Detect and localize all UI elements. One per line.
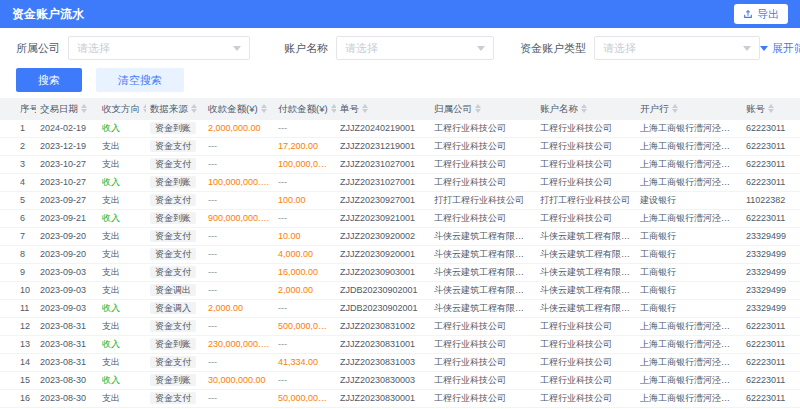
cell-amount-in: --- <box>204 156 274 174</box>
col-company[interactable]: 归属公司 <box>430 98 536 120</box>
search-button[interactable]: 搜索 <box>16 68 82 92</box>
cell-date: 2023-09-20 <box>36 228 98 246</box>
cell-index: 5 <box>0 192 36 210</box>
account-name-select[interactable]: 请选择 <box>336 36 494 60</box>
sort-icon[interactable] <box>191 104 197 113</box>
cell-account-name: 斗侠云建筑工程有限公司 <box>536 282 636 300</box>
cell-amount-out: --- <box>274 372 336 390</box>
cell-account-no: 23329499 <box>742 228 800 246</box>
cell-doc-no: ZJJZ20230921001 <box>336 210 430 228</box>
cell-amount-out: 2,000.00 <box>274 282 336 300</box>
cell-doc-no: ZJJZ20230831003 <box>336 354 430 372</box>
cell-source: 资金调出 <box>146 282 204 300</box>
source-badge: 资金支付 <box>150 140 196 152</box>
cell-date: 2023-08-30 <box>36 372 98 390</box>
cell-account-no: 23329499 <box>742 300 800 318</box>
sort-icon[interactable] <box>672 104 678 113</box>
sort-icon[interactable] <box>143 104 146 113</box>
cell-doc-no: ZJJZ20230920001 <box>336 246 430 264</box>
sort-icon[interactable] <box>581 104 587 113</box>
cell-company: 工程行业科技公司 <box>430 156 536 174</box>
cell-direction: 支出 <box>98 354 146 372</box>
table-row: 2 2023-12-19 支出 资金支付 --- 17,200.00 ZJJZ2… <box>0 138 800 156</box>
cell-date: 2023-08-31 <box>36 354 98 372</box>
source-badge: 资金支付 <box>150 356 196 368</box>
cell-account-name: 工程行业科技公司 <box>536 138 636 156</box>
cell-amount-in: --- <box>204 246 274 264</box>
cell-direction: 支出 <box>98 282 146 300</box>
sort-icon[interactable] <box>768 104 774 113</box>
cell-source: 资金到账 <box>146 372 204 390</box>
cell-amount-out: 10.00 <box>274 228 336 246</box>
cell-company: 打打工程行业科技公司 <box>430 192 536 210</box>
cell-bank: 上海工商银行漕河泾支行 <box>636 354 742 372</box>
cell-date: 2023-09-03 <box>36 264 98 282</box>
col-direction[interactable]: 收支方向 <box>98 98 146 120</box>
col-amount-out[interactable]: 付款金额(¥) <box>274 98 336 120</box>
cell-source: 资金到账 <box>146 120 204 138</box>
cell-account-name: 工程行业科技公司 <box>536 318 636 336</box>
account-type-select[interactable]: 请选择 <box>594 36 760 60</box>
col-bank[interactable]: 开户行 <box>636 98 742 120</box>
chevron-down-icon <box>477 46 485 51</box>
sort-icon[interactable] <box>475 104 481 113</box>
cell-account-no: 23329499 <box>742 246 800 264</box>
cell-date: 2024-02-19 <box>36 120 98 138</box>
col-amount-in[interactable]: 收款金额(¥) <box>204 98 274 120</box>
export-button[interactable]: 导出 <box>734 4 788 24</box>
cell-amount-out: 50,000,000.00 <box>274 390 336 408</box>
col-source[interactable]: 数据来源 <box>146 98 204 120</box>
transactions-table: 序号 交易日期 收支方向 数据来源 收款金额(¥) 付款金额(¥) 单号 归属公… <box>0 98 800 409</box>
cell-bank: 上海工商银行漕河泾支行 <box>636 390 742 408</box>
table-header: 序号 交易日期 收支方向 数据来源 收款金额(¥) 付款金额(¥) 单号 归属公… <box>0 98 800 120</box>
sort-icon[interactable] <box>362 104 368 113</box>
table-row: 3 2023-10-27 支出 资金支付 --- 100,000,000.00 … <box>0 156 800 174</box>
cell-direction: 收入 <box>98 120 146 138</box>
col-doc-no[interactable]: 单号 <box>336 98 430 120</box>
cell-account-name: 工程行业科技公司 <box>536 372 636 390</box>
cell-company: 工程行业科技公司 <box>430 138 536 156</box>
cell-index: 11 <box>0 300 36 318</box>
cell-bank: 工商银行 <box>636 228 742 246</box>
cell-company: 工程行业科技公司 <box>430 390 536 408</box>
col-account-name[interactable]: 账户名称 <box>536 98 636 120</box>
sort-icon[interactable] <box>331 104 336 113</box>
cell-amount-out: 4,000.00 <box>274 246 336 264</box>
company-select[interactable]: 请选择 <box>68 36 250 60</box>
cell-direction: 支出 <box>98 390 146 408</box>
table-body: 1 2024-02-19 收入 资金到账 2,000,000.00 --- ZJ… <box>0 120 800 409</box>
sort-icon[interactable] <box>81 104 87 113</box>
export-label: 导出 <box>757 7 779 22</box>
cell-direction: 支出 <box>98 246 146 264</box>
col-account-no[interactable]: 账号 <box>742 98 800 120</box>
cell-bank: 上海工商银行漕河泾支行 <box>636 210 742 228</box>
cell-company: 工程行业科技公司 <box>430 354 536 372</box>
cell-amount-out: --- <box>274 174 336 192</box>
sort-icon[interactable] <box>261 104 267 113</box>
cell-index: 10 <box>0 282 36 300</box>
source-badge: 资金到账 <box>150 374 196 386</box>
cell-index: 15 <box>0 372 36 390</box>
expand-filters-link[interactable]: 展开筛选 <box>760 41 800 56</box>
cell-account-name: 工程行业科技公司 <box>536 390 636 408</box>
chevron-down-icon <box>743 46 751 51</box>
clear-search-button[interactable]: 清空搜索 <box>96 68 184 92</box>
cell-account-no: 62223011 <box>742 156 800 174</box>
cell-doc-no: ZJJZ20231027001 <box>336 174 430 192</box>
cell-date: 2023-09-20 <box>36 246 98 264</box>
cell-doc-no: ZJJZ20231219001 <box>336 138 430 156</box>
col-date[interactable]: 交易日期 <box>36 98 98 120</box>
source-badge: 资金支付 <box>150 158 196 170</box>
cell-index: 4 <box>0 174 36 192</box>
cell-bank: 上海工商银行漕河泾支行 <box>636 372 742 390</box>
filter-company-label: 所属公司 <box>16 41 60 56</box>
source-badge: 资金支付 <box>150 194 196 206</box>
source-badge: 资金支付 <box>150 266 196 278</box>
cell-company: 斗侠云建筑工程有限公司 <box>430 246 536 264</box>
cell-amount-in: --- <box>204 228 274 246</box>
source-badge: 资金支付 <box>150 230 196 242</box>
cell-source: 资金支付 <box>146 354 204 372</box>
cell-account-no: 62223011 <box>742 210 800 228</box>
cell-account-name: 工程行业科技公司 <box>536 210 636 228</box>
table-row: 16 2023-08-30 支出 资金支付 --- 50,000,000.00 … <box>0 390 800 408</box>
